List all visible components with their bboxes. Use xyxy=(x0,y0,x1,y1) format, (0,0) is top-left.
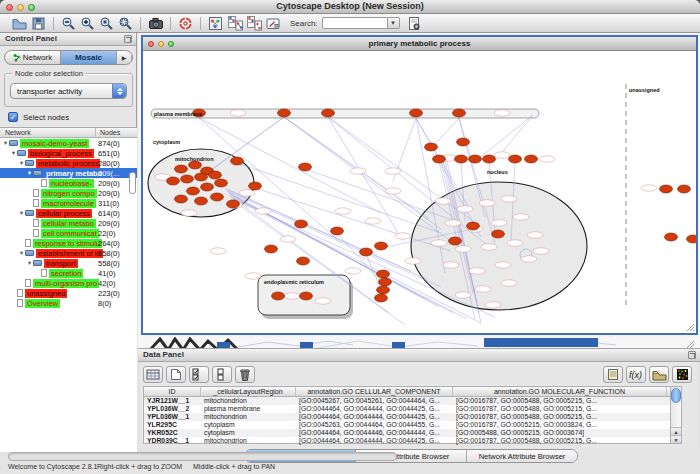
graph-node[interactable] xyxy=(467,222,480,230)
tab-mosaic[interactable]: Mosaic xyxy=(61,51,117,64)
tree-col-network[interactable]: Network xyxy=(5,129,31,136)
vizmapper-icon[interactable] xyxy=(264,15,281,31)
tab-network-attribute-browser[interactable]: Network Attribute Browser xyxy=(467,450,577,462)
graph-node[interactable] xyxy=(297,257,310,265)
graph-node[interactable] xyxy=(299,163,312,171)
graph-node[interactable] xyxy=(410,109,423,117)
tree-row[interactable]: multi-organism pro42(0) xyxy=(0,278,137,288)
scroll-down-icon[interactable]: ▼ xyxy=(671,435,681,443)
import-network-icon[interactable] xyxy=(226,15,243,31)
graph-node[interactable] xyxy=(377,270,390,278)
function-builder-icon[interactable]: f(x) xyxy=(626,366,646,383)
attribute-checklist-icon[interactable] xyxy=(189,366,209,383)
graph-node[interactable] xyxy=(187,187,200,195)
tree-row[interactable]: ▼primary metabo209(... xyxy=(0,168,137,178)
graph-node[interactable] xyxy=(211,193,224,201)
notepad-icon[interactable] xyxy=(603,366,623,383)
graph-node[interactable] xyxy=(300,292,313,300)
graph-node[interactable] xyxy=(231,157,244,165)
table-row[interactable]: YLR295Ccytoplasm[GO:0045263, GO:0044464,… xyxy=(144,421,671,429)
graph-node[interactable] xyxy=(360,248,373,256)
graph-node[interactable] xyxy=(209,171,222,179)
graph-node[interactable] xyxy=(189,161,202,169)
tree-row[interactable]: nitrogen compo209(0) xyxy=(0,188,137,198)
expand-triangle-icon[interactable]: ▼ xyxy=(26,170,33,176)
graph-node[interactable] xyxy=(331,227,344,235)
window-resize-grip-icon[interactable] xyxy=(687,324,694,331)
graph-node[interactable] xyxy=(215,179,228,187)
graph-node[interactable] xyxy=(175,195,188,203)
graph-node[interactable] xyxy=(492,230,505,238)
graph-node[interactable] xyxy=(660,185,673,193)
table-scrollbar-thumb[interactable] xyxy=(671,388,681,403)
graph-node[interactable] xyxy=(272,292,285,300)
graph-node[interactable] xyxy=(449,237,462,245)
tree-row[interactable]: cell communicat22(0) xyxy=(0,228,137,238)
tree-scrollbar-thumb[interactable] xyxy=(129,172,136,194)
zoom-selected-icon[interactable] xyxy=(98,15,115,31)
graph-node[interactable] xyxy=(249,182,262,190)
graph-node[interactable] xyxy=(181,175,194,183)
graph-node[interactable] xyxy=(375,294,388,302)
graph-node[interactable] xyxy=(265,245,278,253)
snapshot-icon[interactable] xyxy=(147,15,164,31)
network-overview-icon[interactable] xyxy=(207,15,224,31)
graph-node[interactable] xyxy=(453,109,466,117)
tree-row[interactable]: ▼transport558(0) xyxy=(0,258,137,268)
col-id[interactable]: ID xyxy=(144,387,201,396)
graph-node[interactable] xyxy=(175,165,188,173)
graph-node[interactable] xyxy=(195,173,208,181)
graph-node[interactable] xyxy=(483,155,496,163)
float-panel-icon[interactable] xyxy=(124,35,132,43)
tab-overflow-arrow-icon[interactable]: ▶ xyxy=(117,51,132,64)
graph-node[interactable] xyxy=(665,233,678,241)
table-scrollbar[interactable]: ▲ ▼ xyxy=(670,386,682,444)
expand-triangle-icon[interactable]: ▼ xyxy=(26,260,33,266)
save-icon[interactable] xyxy=(30,15,47,31)
graph-node[interactable] xyxy=(201,183,214,191)
tree-row[interactable]: ▼mosaic-demo-yeast874(0) xyxy=(0,138,137,148)
tree-row[interactable]: response to stimulu264(0) xyxy=(0,238,137,248)
expand-triangle-icon[interactable]: ▼ xyxy=(10,150,17,156)
graph-node[interactable] xyxy=(525,155,538,163)
graph-node[interactable] xyxy=(278,109,291,117)
heatmap-icon[interactable] xyxy=(672,366,692,383)
tree-col-nodes[interactable]: Nodes xyxy=(100,129,120,136)
graph-node[interactable] xyxy=(509,155,522,163)
graph-node[interactable] xyxy=(377,286,390,294)
help-icon[interactable] xyxy=(177,15,194,31)
graph-node[interactable] xyxy=(678,185,691,193)
graph-node[interactable] xyxy=(322,109,335,117)
zoom-fit-icon[interactable] xyxy=(117,15,134,31)
tree-row[interactable]: secretion41(0) xyxy=(0,268,137,278)
graph-node[interactable] xyxy=(375,242,388,250)
zoom-out-icon[interactable] xyxy=(60,15,77,31)
tree-row[interactable]: nucleobase-209(0) xyxy=(0,178,137,188)
tree-row[interactable]: ▼cellular process614(0) xyxy=(0,208,137,218)
table-row[interactable]: YJR121W__1mitochondrion[GO:0045267, GO:0… xyxy=(144,397,671,405)
search-input[interactable] xyxy=(322,17,388,29)
graph-node[interactable] xyxy=(469,155,482,163)
table-row[interactable]: YDR039C__1mitochondrion[GO:0044464, GO:0… xyxy=(144,437,671,445)
col-go-molecular-function[interactable]: annotation.GO MOLECULAR_FUNCTION xyxy=(453,387,667,396)
tree-row[interactable]: ▼biological_process651(0) xyxy=(0,148,137,158)
col-go-cellular-component[interactable]: annotation.GO CELLULAR_COMPONENT xyxy=(296,387,453,396)
tab-network[interactable]: Network xyxy=(5,51,61,64)
zoom-in-icon[interactable] xyxy=(79,15,96,31)
expand-triangle-icon[interactable]: ▼ xyxy=(18,250,25,256)
network-canvas[interactable]: plasma membrane cytoplasm mitochondrion … xyxy=(143,51,696,333)
tree-row[interactable]: ▼establishment of lo558(0) xyxy=(0,248,137,258)
graph-node[interactable] xyxy=(433,155,446,163)
import-attributes-icon[interactable] xyxy=(649,366,669,383)
graph-node[interactable] xyxy=(295,220,308,228)
expand-triangle-icon[interactable]: ▼ xyxy=(2,140,9,146)
graph-node[interactable] xyxy=(195,197,208,205)
unselect-attributes-icon[interactable] xyxy=(212,366,232,383)
filter-icon[interactable] xyxy=(406,15,423,31)
tree-row[interactable]: cellular metabo209(0) xyxy=(0,218,137,228)
select-nodes-checkbox[interactable]: ✓ xyxy=(8,112,18,122)
graph-node[interactable] xyxy=(455,155,468,163)
table-row[interactable]: YPL036W__2plasma membrane[GO:0044464, GO… xyxy=(144,405,671,413)
graph-node[interactable] xyxy=(425,143,438,151)
tree-row[interactable]: ▼metabolic process280(0) xyxy=(0,158,137,168)
